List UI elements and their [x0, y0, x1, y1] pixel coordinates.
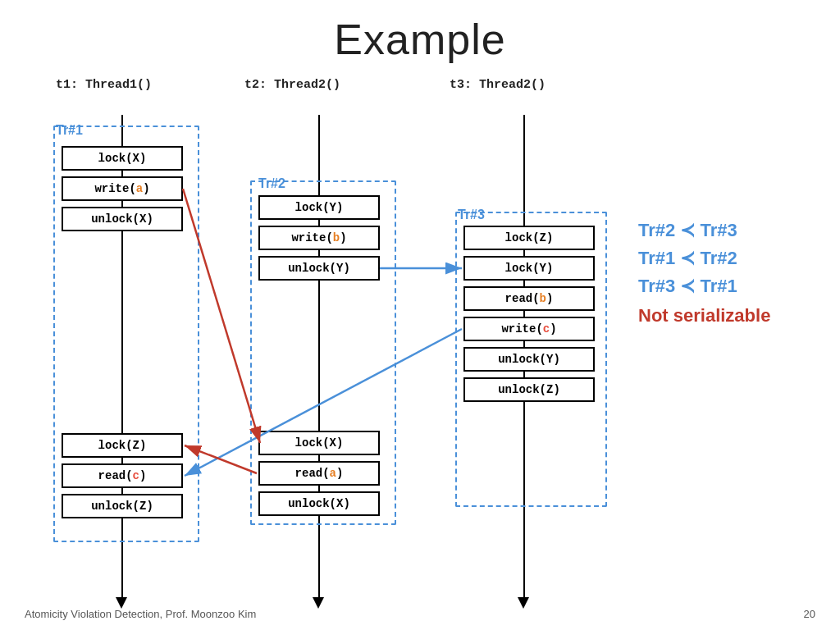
op-t1-writeA: write(a)	[62, 176, 183, 201]
op-t3-unlockY: unlock(Y)	[463, 347, 595, 372]
thread-label-t2: t2: Thread2()	[244, 78, 340, 92]
op-t3-lockZ: lock(Z)	[463, 226, 595, 250]
tr3-label: Tr#3	[458, 208, 485, 222]
footer: Atomicity Violation Detection, Prof. Moo…	[0, 608, 840, 620]
op-t1-lockX: lock(X)	[62, 146, 183, 171]
op-t2-lockY: lock(Y)	[258, 195, 380, 220]
ordering-1: Tr#2 ≺ Tr#3	[638, 220, 737, 241]
ordering-4: Not serializable	[638, 305, 770, 326]
op-t3-lockY: lock(Y)	[463, 256, 595, 281]
footer-citation: Atomicity Violation Detection, Prof. Moo…	[25, 608, 256, 620]
op-t2-lockX: lock(X)	[258, 431, 380, 455]
op-t3-writeC: write(c)	[463, 317, 595, 341]
thread-label-t1: t1: Thread1()	[56, 78, 152, 92]
op-t1-readC: read(c)	[62, 463, 183, 488]
arrow-t2-bottom	[313, 597, 324, 609]
op-t2-writeB: write(b)	[258, 226, 380, 250]
op-t3-readB: read(b)	[463, 286, 595, 311]
ordering-2: Tr#1 ≺ Tr#2	[638, 248, 737, 269]
op-t3-unlockZ: unlock(Z)	[463, 377, 595, 402]
op-t1-lockZ: lock(Z)	[62, 433, 183, 458]
footer-page: 20	[804, 608, 815, 620]
ordering-3: Tr#3 ≺ Tr#1	[638, 276, 737, 297]
op-t1-unlockX: unlock(X)	[62, 207, 183, 231]
tr2-label: Tr#2	[258, 176, 285, 191]
tr1-label: Tr#1	[56, 123, 83, 138]
page-title: Example	[0, 0, 840, 64]
op-t1-unlockZ: unlock(Z)	[62, 494, 183, 518]
thread-label-t3: t3: Thread2()	[450, 78, 546, 92]
op-t2-unlockX: unlock(X)	[258, 491, 380, 516]
diagram-area: Tr#1 Tr#2 Tr#3 lock(X) write(a) unlock(X…	[0, 98, 840, 607]
arrow-t3-bottom	[518, 597, 529, 609]
op-t2-readA: read(a)	[258, 461, 380, 486]
op-t2-unlockY: unlock(Y)	[258, 256, 380, 281]
arrow-t1-bottom	[116, 597, 127, 609]
